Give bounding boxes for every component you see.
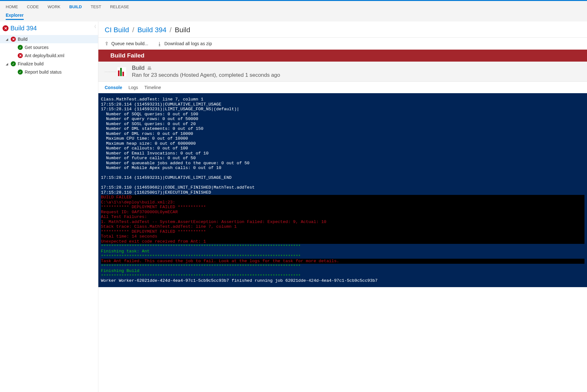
tree-item-build[interactable]: ◢ Build <box>0 35 98 43</box>
svg-rect-2 <box>122 72 124 76</box>
tree-label: Finalize build <box>18 61 44 66</box>
breadcrumb-current: Build <box>175 26 190 34</box>
content-area: CI Build / Build 394 / Build ⇪ Queue new… <box>98 21 587 392</box>
toolbar: ⇪ Queue new build... ⭳ Download all logs… <box>98 38 587 50</box>
queue-new-build-button[interactable]: ⇪ Queue new build... <box>105 41 148 46</box>
nav-work[interactable]: WORK <box>48 4 60 9</box>
tree-item-get-sources[interactable]: Get sources <box>0 43 98 51</box>
build-title: Build <box>132 65 145 71</box>
build-subtitle: Ran for 23 seconds (Hosted Agent), compl… <box>132 72 280 78</box>
caret-icon: ◢ <box>6 38 9 41</box>
sub-nav: Explorer <box>0 13 587 21</box>
caret-icon: ◢ <box>6 62 9 66</box>
breadcrumb: CI Build / Build 394 / Build <box>98 21 587 38</box>
console-output[interactable]: Class.MathTest.addTest: line 7, column 1… <box>98 93 587 287</box>
success-icon <box>18 45 23 50</box>
top-nav: HOME CODE WORK BUILD TEST RELEASE <box>0 1 587 13</box>
tree-label: Report build status <box>25 69 62 75</box>
tab-logs[interactable]: Logs <box>128 85 138 90</box>
tree-label: Build <box>18 37 28 42</box>
nav-build[interactable]: BUILD <box>69 4 82 9</box>
download-icon: ⭳ <box>157 41 162 46</box>
tree-item-ant-deploy[interactable]: Ant deploy/build.xml <box>0 51 98 60</box>
console-success: ****************************************… <box>101 244 301 258</box>
queue-label: Queue new build... <box>111 41 148 46</box>
console-error: Task Ant failed. This caused the job to … <box>101 259 584 264</box>
breadcrumb-separator: / <box>132 26 134 34</box>
console-error: BUILD FAILED C:\a\1\s\deploy\build.xml:2… <box>101 195 584 244</box>
svg-rect-1 <box>120 68 122 76</box>
breadcrumb-build-394[interactable]: Build 394 <box>137 26 166 34</box>
breadcrumb-separator: / <box>170 26 171 34</box>
tree-label: Get sources <box>25 45 48 50</box>
error-icon <box>3 25 9 31</box>
tree-item-finalize[interactable]: ◢ Finalize build <box>0 60 98 68</box>
success-icon <box>11 61 16 66</box>
error-icon <box>18 53 23 58</box>
build-header: Build 🖶 Ran for 23 seconds (Hosted Agent… <box>98 62 587 82</box>
build-tree: ◢ Build Get sources Ant deploy/build.xml… <box>0 34 98 77</box>
console-text: Class.MathTest.addTest: line 7, column 1… <box>101 97 255 195</box>
sidebar-title: Build 394 <box>0 21 98 34</box>
nav-test[interactable]: TEST <box>91 4 101 9</box>
nav-home[interactable]: HOME <box>6 4 18 9</box>
breadcrumb-ci-build[interactable]: CI Build <box>105 26 129 34</box>
status-banner: Build Failed <box>98 50 587 62</box>
tree-item-report-status[interactable]: Report build status <box>0 68 98 76</box>
result-tabs: Console Logs Timeline <box>98 82 587 93</box>
nav-code[interactable]: CODE <box>27 4 39 9</box>
queue-icon: ⇪ <box>105 41 109 46</box>
success-icon <box>18 69 23 75</box>
console-success: ****************************************… <box>101 264 301 278</box>
build-bars-icon <box>117 67 126 76</box>
tab-console[interactable]: Console <box>105 85 122 90</box>
svg-rect-0 <box>118 70 120 76</box>
sidebar-title-label: Build 394 <box>10 25 37 32</box>
console-text: Worker Worker-62021dde-424d-4ea4-97c1-5c… <box>101 278 378 283</box>
download-label: Download all logs as zip <box>164 41 212 46</box>
sidebar-collapse-button[interactable]: 〈 <box>92 24 96 29</box>
subnav-explorer[interactable]: Explorer <box>6 13 24 20</box>
error-icon <box>11 37 16 42</box>
tab-timeline[interactable]: Timeline <box>145 85 161 90</box>
sidebar: 〈 Build 394 ◢ Build Get sources Ant depl… <box>0 21 98 392</box>
tree-label: Ant deploy/build.xml <box>25 53 64 58</box>
save-icon[interactable]: 🖶 <box>147 66 151 71</box>
download-logs-button[interactable]: ⭳ Download all logs as zip <box>157 41 212 46</box>
nav-release[interactable]: RELEASE <box>110 4 129 9</box>
